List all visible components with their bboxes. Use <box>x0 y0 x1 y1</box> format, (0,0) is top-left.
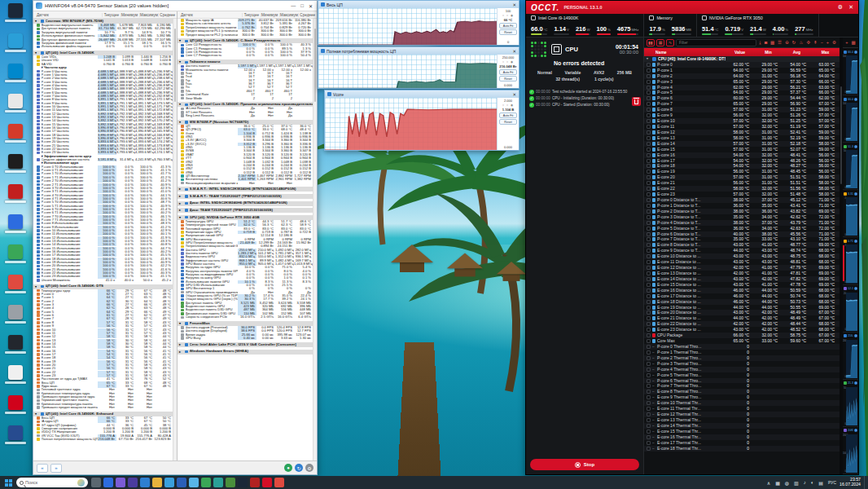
checkbox[interactable] <box>647 339 651 343</box>
checkbox[interactable] <box>647 390 651 394</box>
sensor-table-row[interactable]: E-core 1654.00 °C32.00 °C48.41 °C56.00 °… <box>644 152 840 158</box>
auto-fit-button[interactable]: Auto Fit <box>499 112 517 118</box>
tray-icon[interactable]: ◍ <box>785 480 789 486</box>
taskbar-app-icon[interactable] <box>140 478 150 487</box>
occt-title-bar[interactable]: OCCT. PERSONAL 13.1.0 ⚙ ✕ <box>526 1 858 14</box>
checkbox[interactable] <box>647 322 651 326</box>
checkbox[interactable] <box>647 108 651 112</box>
checkbox[interactable] <box>647 159 651 163</box>
info-icon[interactable]: i <box>854 145 857 148</box>
stop-button[interactable]: Stop <box>530 459 639 470</box>
sensor-table-row[interactable]: E-core 11 Distance to ...43.00 °C43.00 °… <box>644 259 840 265</box>
tray-icon[interactable]: ▥ <box>794 480 799 486</box>
sensor-table-row[interactable]: E-core 2258.00 °C32.00 °C51.56 °C58.00 °… <box>644 186 840 192</box>
desktop-shortcut-icon[interactable] <box>2 425 29 448</box>
checkbox[interactable] <box>647 63 651 67</box>
graph-window-title-bar[interactable]: Полная потребляемая мощность ЦП✕ <box>318 47 519 55</box>
info-icon[interactable]: i <box>854 381 857 385</box>
sensor-table-row[interactable]: −P-core 1 Thermal Thro...0 <box>644 350 840 355</box>
sensor-table-row[interactable]: E-core 19 Distance to ...44.00 °C44.00 °… <box>644 305 840 311</box>
taskbar-app-icon[interactable] <box>226 478 235 487</box>
checkbox[interactable] <box>647 249 651 253</box>
checkbox[interactable] <box>647 125 651 129</box>
sensor-table-row[interactable]: E-core 1557.00 °C31.00 °C52.07 °C59.00 °… <box>644 147 840 152</box>
checkbox[interactable] <box>647 333 651 337</box>
sensor-table-row[interactable]: Core Max65.00 °C33.00 °C59.60 °C67.00 °C <box>644 338 840 344</box>
info-icon[interactable]: i <box>854 287 857 290</box>
mini-graph-gpu-rail-nvvdd-[interactable]: 12.198 Vi200 <box>843 285 858 333</box>
desktop-shortcut-icon[interactable] <box>2 395 29 418</box>
info-icon[interactable]: i <box>854 98 857 101</box>
checkbox[interactable] <box>647 175 651 179</box>
sensor-table-row[interactable]: E-core 9 Distance to T...44.00 °C43.00 °… <box>644 248 840 253</box>
checkbox[interactable] <box>647 407 651 411</box>
sensor-table-row[interactable]: E-core 23 Distance to ...43.00 °C42.00 °… <box>644 327 840 333</box>
checkbox[interactable] <box>647 243 651 247</box>
sensor-table-row[interactable]: P-core 164.00 °C29.00 °C56.59 °C65.00 °C <box>644 68 840 73</box>
taskbar-app-icon[interactable] <box>213 478 223 487</box>
sensor-table-row[interactable]: CPU Package66.00 °C32.00 °C58.75 °C67.00… <box>644 333 840 338</box>
sensor-group-header[interactable]: ▾GPU [#0]: NVIDIA GeForce RTX 3050 4GB <box>178 215 313 220</box>
sensor-table-row[interactable]: E-core 15 Distance to ...43.00 °C41.00 °… <box>644 282 840 288</box>
sensor-row[interactable]: Gear Mode222 <box>178 96 313 99</box>
checkbox[interactable] <box>647 136 651 140</box>
checkbox[interactable] <box>647 306 651 310</box>
sensor-table-row[interactable]: E-core 1754.00 °C32.00 °C48.26 °C56.00 °… <box>644 158 840 164</box>
sensor-group-header[interactable]: ▸S.M.A.R.T.: INTEL SSDSC2KW240H6 (BTNT63… <box>178 187 313 192</box>
sensor-table-row[interactable]: E-core 13 Distance to ...42.00 °C41.00 °… <box>644 271 840 276</box>
checkbox[interactable] <box>647 328 651 332</box>
sensor-table-row[interactable]: P-core 660.00 °C29.00 °C54.44 °C62.00 °C <box>644 95 840 101</box>
checkbox[interactable] <box>647 153 651 157</box>
sensor-group-header[interactable]: ▾MSI B760M-P (Nuvoton NCT6687D) <box>178 120 313 125</box>
sensor-table-row[interactable]: E-core 17 Distance to ...46.00 °C44.00 °… <box>644 293 840 299</box>
checkbox[interactable] <box>647 181 651 185</box>
sensor-table-row[interactable]: P-core 6 Distance to T...40.00 °C38.00 °… <box>644 231 840 237</box>
sensor-table-row[interactable]: E-core 1956.00 °C31.00 °C48.45 °C56.00 °… <box>644 169 840 174</box>
sensor-table-row[interactable]: E-core 1358.00 °C31.00 °C52.19 °C59.00 °… <box>644 135 840 141</box>
checkbox[interactable] <box>647 113 651 117</box>
sensor-table-row[interactable]: −E-core 11 Thermal Thr...0 <box>644 406 840 412</box>
close-icon[interactable]: ✕ <box>512 2 516 7</box>
info-icon[interactable]: i <box>854 334 857 337</box>
grid-icon[interactable]: ▦ <box>769 40 775 45</box>
sensor-table-row[interactable]: P-core 0 Distance to T...38.00 °C37.00 °… <box>644 197 840 203</box>
sensor-table-row[interactable]: E-core 1057.00 °C32.00 °C51.25 °C57.00 °… <box>644 118 840 124</box>
sensor-table-row[interactable]: E-core 2357.00 °C32.00 °C51.48 °C58.00 °… <box>644 192 840 197</box>
sensor-table-row[interactable]: P-core 1 Distance to T...36.00 °C35.00 °… <box>644 203 840 209</box>
scale-radio-buttons[interactable]: ○ ○ ◉ <box>502 60 514 64</box>
close-icon[interactable]: ✕ <box>848 4 853 11</box>
taskbar-app-icon[interactable] <box>262 478 272 487</box>
sensor-table-row[interactable]: P-core 7 Distance to T...35.00 °C33.00 °… <box>644 237 840 243</box>
sensor-group-header[interactable]: ▾Тайминги памяти <box>178 59 313 64</box>
checkbox[interactable] <box>647 215 651 219</box>
auto-fit-button[interactable]: Auto Fit <box>499 23 517 29</box>
temperature-icon[interactable]: ♨ <box>798 40 804 45</box>
checkbox[interactable] <box>647 283 651 287</box>
desktop-shortcut-icon[interactable] <box>2 365 29 388</box>
sensor-table-row[interactable]: −E-core 13 Thermal Thr...0 <box>644 417 840 423</box>
show-desktop-button[interactable] <box>864 476 866 489</box>
layout-icon[interactable]: ▦ <box>851 40 857 45</box>
checkbox[interactable] <box>647 350 651 355</box>
sensor-table-row[interactable]: −P-core 2 Thermal Thro...0 <box>644 355 840 361</box>
desktop-shortcut-icon[interactable] <box>2 3 29 26</box>
checkbox[interactable] <box>647 311 651 315</box>
sensor-table-row[interactable]: E-core 12 Distance to ...42.00 °C41.00 °… <box>644 265 840 271</box>
taskbar-search[interactable]: Поиск <box>16 478 88 487</box>
taskbar-app-icon[interactable] <box>91 478 101 487</box>
taskbar-app-icon[interactable] <box>164 478 174 487</box>
sensor-table-row[interactable]: E-core 1854.00 °C32.00 °C48.27 °C56.00 °… <box>644 164 840 170</box>
hwinfo-column-headers[interactable]: ДатчикТекущееМинимумМаксимумСреднее <box>33 11 177 19</box>
desktop-shortcut-icon[interactable] <box>2 184 29 207</box>
sensor-table-row[interactable]: −P-core 7 Thermal Thro...0 <box>644 383 840 389</box>
sensor-row[interactable]: Несанкционированное вскрытие корпусаНетН… <box>178 181 313 184</box>
sensor-row[interactable]: GPU Busy0.40 мс0.00 мс3.63 мс1.30 мс <box>178 337 313 340</box>
sensor-group-header[interactable]: ▸S.M.A.R.T.: TEAM T253X2002T (TPBF221213… <box>178 194 313 199</box>
expand-all-icon[interactable]: » <box>50 464 62 473</box>
sensor-table-row[interactable]: E-core 956.00 °C32.00 °C51.26 °C57.00 °C <box>644 112 840 118</box>
sensor-table-row[interactable]: P-core 264.00 °C31.00 °C56.18 °C64.00 °C <box>644 73 840 79</box>
checkbox[interactable] <box>647 90 651 95</box>
clear-icon[interactable]: ⊖ <box>784 40 790 45</box>
settings-gear-icon[interactable]: ⚙ <box>838 4 843 11</box>
desktop-shortcut-icon[interactable] <box>2 33 29 56</box>
